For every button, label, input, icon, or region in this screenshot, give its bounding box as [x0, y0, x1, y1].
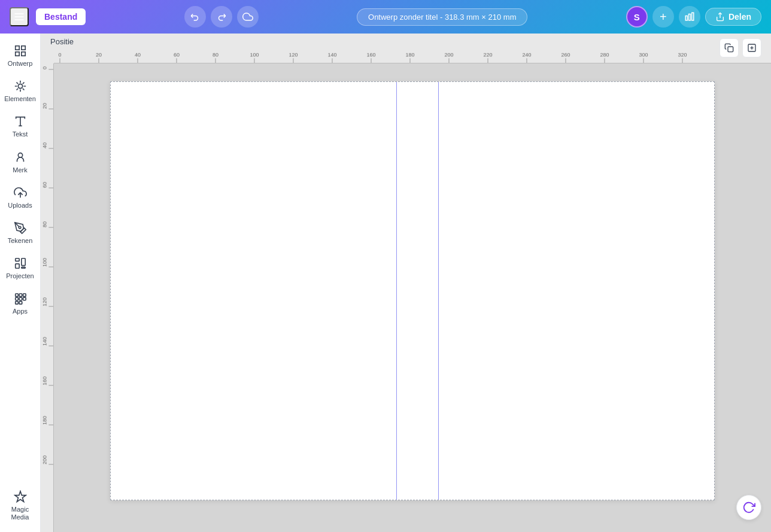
sidebar-item-projecten-label: Projecten	[6, 272, 34, 280]
sidebar-item-tekst[interactable]: Tekst	[1, 110, 40, 143]
sidebar-item-magic-media-label: Magic Media	[4, 506, 37, 521]
sidebar-item-tekenen[interactable]: Tekenen	[1, 217, 40, 250]
svg-rect-10	[15, 52, 19, 56]
ruler-horizontal	[54, 50, 771, 63]
guide-line-2	[438, 82, 439, 500]
svg-rect-18	[15, 264, 19, 268]
ruler-vertical	[41, 63, 54, 532]
svg-rect-21	[15, 294, 18, 297]
svg-rect-3	[685, 16, 687, 21]
sidebar-item-elementen[interactable]: Elementen	[1, 75, 40, 108]
svg-point-11	[18, 84, 22, 89]
add-page-icon	[747, 43, 757, 53]
refresh-button[interactable]	[736, 495, 761, 520]
hamburger-button[interactable]	[10, 7, 29, 26]
canvas-scroll-area[interactable]	[54, 63, 771, 532]
main-canvas-area: Positie	[41, 34, 771, 532]
svg-rect-5	[692, 13, 694, 20]
sidebar-item-apps-label: Apps	[13, 308, 28, 315]
add-collaborator-button[interactable]: +	[652, 6, 674, 28]
sidebar-item-ontwerp[interactable]: Ontwerp	[1, 39, 40, 72]
sidebar-item-merk-label: Merk	[13, 166, 27, 174]
canvas-wrapper	[54, 63, 771, 518]
svg-rect-28	[19, 302, 22, 305]
cloud-save-button[interactable]	[237, 6, 259, 28]
svg-rect-7	[15, 46, 19, 50]
copy-icon	[724, 43, 734, 53]
sidebar-item-projecten[interactable]: Projecten	[1, 252, 40, 285]
bestand-button[interactable]: Bestand	[36, 8, 86, 25]
undo-button[interactable]	[184, 6, 206, 28]
text-icon	[14, 115, 27, 128]
svg-point-16	[19, 226, 21, 229]
draw-icon	[14, 221, 27, 235]
layout-icon	[14, 44, 27, 57]
sidebar-item-uploads[interactable]: Uploads	[1, 181, 40, 214]
position-label: Positie	[41, 34, 83, 50]
svg-rect-27	[15, 302, 18, 305]
delen-button[interactable]: Delen	[705, 8, 761, 26]
document-page[interactable]	[110, 81, 715, 500]
svg-rect-26	[23, 297, 26, 300]
brand-icon	[14, 151, 27, 164]
svg-rect-24	[15, 297, 18, 300]
sidebar-item-uploads-label: Uploads	[8, 202, 32, 209]
uploads-icon	[14, 186, 27, 199]
header-left: Bestand	[10, 7, 86, 26]
elements-icon	[14, 80, 27, 93]
svg-rect-8	[21, 46, 25, 50]
document-title[interactable]: Ontwerp zonder titel - 318.3 mm × 210 mm	[357, 8, 527, 26]
svg-rect-9	[21, 52, 25, 56]
sidebar: Ontwerp Elementen Tekst Merk Uploads	[0, 34, 41, 532]
sidebar-item-ontwerp-label: Ontwerp	[8, 60, 33, 68]
svg-rect-17	[15, 259, 19, 262]
guide-line-1	[396, 82, 397, 500]
svg-rect-23	[23, 294, 26, 297]
delen-label: Delen	[728, 12, 751, 22]
svg-point-14	[18, 153, 22, 157]
sidebar-item-elementen-label: Elementen	[4, 95, 36, 103]
svg-rect-22	[19, 294, 22, 297]
projects-icon	[14, 257, 27, 270]
apps-icon	[14, 292, 27, 305]
svg-rect-25	[19, 297, 22, 300]
svg-rect-20	[21, 267, 25, 269]
header-nav-actions	[184, 6, 259, 28]
copy-canvas-button[interactable]	[720, 38, 739, 57]
sidebar-item-tekst-label: Tekst	[13, 130, 28, 138]
sidebar-item-merk[interactable]: Merk	[1, 146, 40, 179]
refresh-icon	[742, 501, 755, 514]
add-canvas-button[interactable]	[742, 38, 761, 57]
sidebar-item-apps[interactable]: Apps	[1, 287, 40, 320]
magic-media-icon	[14, 490, 27, 503]
avatar[interactable]: S	[626, 6, 648, 28]
app-header: Bestand Ontwerp zonder titel - 318.3 mm …	[0, 0, 771, 34]
svg-rect-4	[688, 14, 690, 21]
redo-button[interactable]	[211, 6, 232, 28]
sidebar-item-tekenen-label: Tekenen	[8, 237, 33, 245]
svg-rect-19	[21, 259, 25, 266]
canvas-toolbar	[720, 38, 761, 57]
stats-button[interactable]	[679, 6, 700, 28]
sidebar-item-magic-media[interactable]: Magic Media	[1, 485, 40, 526]
header-right-actions: S + Delen	[626, 6, 761, 28]
svg-rect-29	[728, 47, 733, 52]
